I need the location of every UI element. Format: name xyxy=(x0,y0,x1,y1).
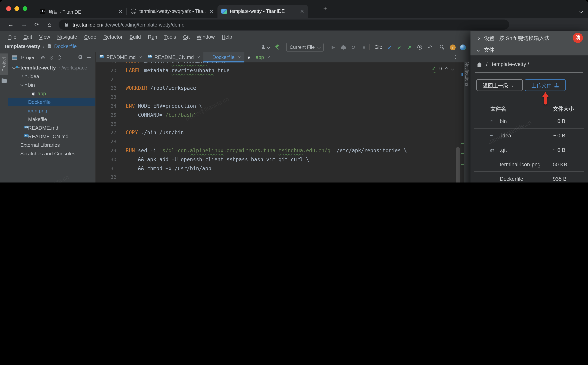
upload-file-button[interactable]: 上传文件 xyxy=(525,79,566,91)
maximize-window-button[interactable] xyxy=(23,6,27,11)
code-line-24[interactable]: ENV NODE_ENV=production \ xyxy=(126,102,464,111)
code-line-33[interactable]: # Default ENV params used by wetty xyxy=(126,182,464,182)
url-path[interactable]: /ide/web/coding/template-wetty/demo xyxy=(102,22,184,28)
code-line-31[interactable]: && chmod +x /usr/bin/app xyxy=(126,164,464,173)
project-settings-gear-icon[interactable]: ⚙ xyxy=(78,55,83,60)
editor-tab-readme-md[interactable]: README.md× xyxy=(97,52,146,62)
editor-tab-readme-cn-md[interactable]: README_CN.md× xyxy=(146,52,204,62)
code-line-21[interactable] xyxy=(126,75,464,84)
code-line-28[interactable] xyxy=(126,137,464,146)
editor-tab-close-icon[interactable]: × xyxy=(139,55,142,60)
menu-item-tools[interactable]: Tools xyxy=(161,34,180,40)
menu-item-view[interactable]: View xyxy=(36,34,54,40)
menu-item-run[interactable]: Run xyxy=(144,34,161,40)
settings-section-row[interactable]: 设置 按 Shift 键切换输入法 演 xyxy=(470,32,588,44)
locate-file-icon[interactable]: ⊕ xyxy=(41,55,45,60)
breadcrumb[interactable]: template-wetty › Dockerfile xyxy=(5,43,77,49)
tree-item-readme-md[interactable]: README.md xyxy=(8,123,95,132)
code-line-19[interactable]: LABEL metadata.usesubdomain=false xyxy=(126,63,464,66)
editor-tab-dockerfile[interactable]: Dockerfile× xyxy=(204,52,245,62)
tree-item-external-libraries[interactable]: External Libraries xyxy=(8,140,95,149)
tab-search-chevron-icon[interactable] xyxy=(580,7,582,14)
tree-item-scratches-and-consoles[interactable]: Scratches and Consoles xyxy=(8,149,95,158)
menu-item-navigate[interactable]: Navigate xyxy=(54,34,81,40)
build-hammer-icon[interactable] xyxy=(273,42,281,52)
window-controls[interactable] xyxy=(6,6,27,11)
code-line-29[interactable]: RUN sed -i 's/dl-cdn.alpinelinux.org/mir… xyxy=(126,146,464,155)
menu-item-window[interactable]: Window xyxy=(193,34,218,40)
browser-tab[interactable]: template-wetty - TitanIDE✕ xyxy=(217,5,308,18)
code-line-22[interactable]: WORKDIR /root/workspace xyxy=(126,84,464,93)
menu-item-refactor[interactable]: Refactor xyxy=(100,34,126,40)
reload-icon[interactable]: ⟳ xyxy=(34,21,39,28)
history-clock-icon[interactable] xyxy=(416,42,423,52)
tree-item-bin[interactable]: bin xyxy=(8,80,95,89)
git-commit-check-icon[interactable]: ✓ xyxy=(396,42,403,52)
tab-close-icon[interactable]: ✕ xyxy=(209,8,214,14)
file-row--idea[interactable]: .idea~ 0 B xyxy=(474,129,584,143)
file-row--git[interactable]: git.git~ 0 B xyxy=(474,143,584,158)
run-config-dropdown[interactable]: Current File xyxy=(284,42,326,52)
file-row-bin[interactable]: bin~ 0 B xyxy=(474,114,584,129)
collapse-all-icon[interactable] xyxy=(57,55,62,60)
address-bar[interactable]: try.titanide.cn/ide/web/coding/template-… xyxy=(59,20,509,30)
tab-close-icon[interactable]: ✕ xyxy=(118,8,123,14)
url-host[interactable]: try.titanide.cn xyxy=(73,22,102,28)
browser-tab[interactable]: ‹t›项目 - TitanIDE✕ xyxy=(36,5,126,18)
minimize-window-button[interactable] xyxy=(14,6,19,11)
editor-tab-close-icon[interactable]: × xyxy=(267,55,270,60)
forward-icon[interactable]: → xyxy=(21,21,27,28)
code-line-23[interactable] xyxy=(126,93,464,102)
code-lines[interactable]: LABEL metadata.usesubdomain=falseLABEL m… xyxy=(126,63,464,182)
menu-item-edit[interactable]: Edit xyxy=(20,34,36,40)
prev-problem-icon[interactable] xyxy=(445,67,448,70)
home-folder-icon[interactable] xyxy=(477,62,482,67)
update-available-icon[interactable]: ↑ xyxy=(449,42,456,52)
editor[interactable]: 1920212223242526272829303132333435363738… xyxy=(96,63,464,182)
new-tab-button[interactable]: + xyxy=(323,6,327,12)
inspections-widget[interactable]: ✓ 9 xyxy=(432,66,454,71)
editor-tab-close-icon[interactable]: × xyxy=(197,55,200,60)
files-chevron-icon[interactable] xyxy=(477,47,480,53)
search-icon[interactable] xyxy=(439,42,446,52)
menu-item-help[interactable]: Help xyxy=(218,34,236,40)
tree-item-app[interactable]: ▶app xyxy=(8,89,95,98)
expand-all-icon[interactable] xyxy=(49,55,53,60)
editor-tab-close-icon[interactable]: × xyxy=(238,55,241,60)
tree-item-makefile[interactable]: Makefile xyxy=(8,115,95,123)
file-row-terminal-icon-png-[interactable]: terminal-icon-png...50 KB xyxy=(474,158,584,172)
ide-logo-sphere-icon[interactable] xyxy=(459,42,467,52)
chevron-down-icon[interactable] xyxy=(18,84,25,86)
home-icon[interactable]: ⌂ xyxy=(48,21,51,28)
git-update-icon[interactable]: ↙ xyxy=(386,42,393,52)
hide-panel-icon[interactable] xyxy=(87,57,91,58)
tab-close-icon[interactable]: ✕ xyxy=(300,8,304,14)
menu-item-file[interactable]: File xyxy=(5,34,20,40)
tree-item-icon-png[interactable]: icon.png xyxy=(8,106,95,115)
code-line-25[interactable]: COMMAND='/bin/bash' xyxy=(126,111,464,120)
run-icon[interactable]: ▶ xyxy=(330,42,336,52)
file-row-dockerfile[interactable]: Dockerfile935 B xyxy=(474,172,584,182)
settings-chevron-icon[interactable] xyxy=(477,35,480,41)
breadcrumb-file[interactable]: Dockerfile xyxy=(54,43,77,49)
code-line-32[interactable] xyxy=(126,173,464,182)
breadcrumb-project[interactable]: template-wetty xyxy=(5,43,40,49)
menu-item-git[interactable]: Git xyxy=(180,34,193,40)
stop-icon[interactable]: ■ xyxy=(361,42,367,52)
demo-badge[interactable]: 演 xyxy=(573,33,583,43)
user-menu-icon[interactable] xyxy=(260,42,270,52)
menu-item-code[interactable]: Code xyxy=(81,34,100,40)
tool-strip-project-tab[interactable]: Project xyxy=(0,54,8,75)
rollback-icon[interactable]: ↶ xyxy=(426,42,433,52)
coverage-icon[interactable]: ↻ xyxy=(350,42,357,52)
code-line-26[interactable] xyxy=(126,120,464,129)
editor-tab-app[interactable]: ▶app× xyxy=(244,52,274,62)
menu-item-build[interactable]: Build xyxy=(126,34,144,40)
code-line-20[interactable]: LABEL metadata.rewritesubpath=true xyxy=(126,66,464,75)
git-push-icon[interactable]: ↗ xyxy=(406,42,413,52)
code-line-27[interactable]: COPY ./bin /usr/bin xyxy=(126,129,464,138)
tree-item-readme-cn-md[interactable]: README_CN.md xyxy=(8,132,95,140)
editor-tab-options-kebab-icon[interactable]: ⋮ xyxy=(453,54,458,60)
back-icon[interactable]: ← xyxy=(8,21,14,28)
files-section-row[interactable]: 文件 xyxy=(470,44,588,56)
